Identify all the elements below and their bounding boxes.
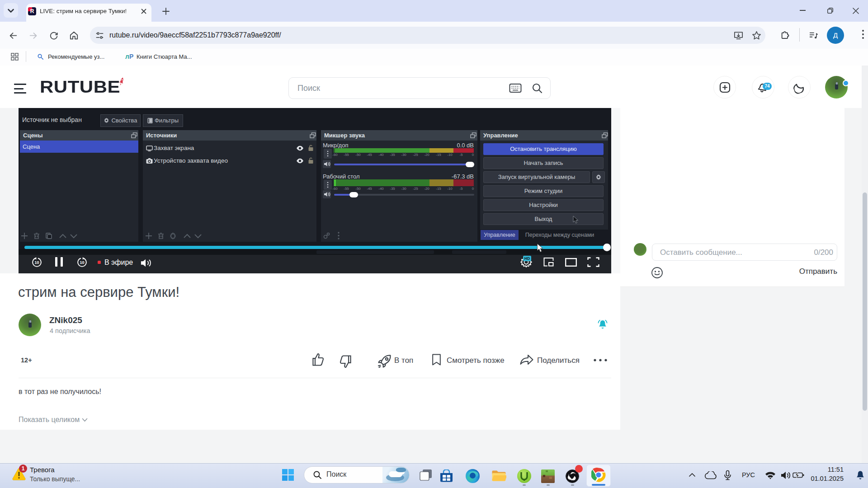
svg-text:10: 10 <box>34 260 39 265</box>
svg-text:10: 10 <box>80 260 84 265</box>
